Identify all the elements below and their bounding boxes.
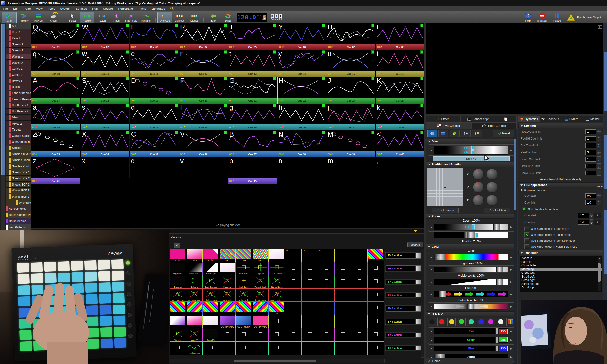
reset-button[interactable]: ↺Reset [493, 130, 515, 137]
multi-cue-button[interactable]: 123Multi cue [172, 12, 187, 23]
sigma-button[interactable]: Σ [594, 220, 601, 225]
zoom-section-header[interactable]: Zoom [426, 214, 517, 219]
limiters-header[interactable]: Limiters [518, 123, 603, 128]
lock-xy-button[interactable]: Lock XY [433, 156, 510, 161]
cue-strip-cue-39[interactable]: Cue 39 [327, 151, 375, 157]
effect-round-back[interactable]: Round Back [252, 275, 269, 288]
cue-cell-W[interactable]: W [80, 23, 130, 44]
effect-slot[interactable] [368, 328, 384, 341]
sidebar-item-test-patterns[interactable]: Test Patterns [6, 224, 31, 230]
search-icon[interactable] [170, 7, 173, 11]
effect-dark[interactable]: 15Dark [252, 248, 269, 262]
flash-button[interactable]: Flash [109, 12, 124, 23]
menu-edit[interactable]: Edit [13, 7, 18, 11]
cue-strip-cue-14[interactable]: Cue 14 [277, 71, 326, 77]
cue-cell-e[interactable]: e [130, 50, 179, 71]
soft-start-checkbox[interactable]: ✕ [522, 207, 526, 211]
effect-slot[interactable] [202, 302, 219, 315]
cue-strip-cue-02[interactable]: Cue 02 [81, 44, 130, 50]
sidebar-item-beam-content-pack[interactable]: Beam Content Pack [6, 212, 31, 218]
sidebar-item-simples-point[interactable]: Simples Point [6, 163, 31, 169]
effects-page-tab[interactable]: 4 [173, 243, 180, 248]
cue-cell-K[interactable]: K [375, 77, 424, 98]
sidebar-item-boxes-2[interactable]: Boxes 2 [6, 84, 31, 90]
cue-strip-cue-25[interactable]: Cue 25 [31, 124, 80, 130]
cue-cell-Q[interactable]: Q [31, 23, 80, 44]
spin-down-icon[interactable]: ▼ [597, 152, 601, 155]
spinner-value[interactable]: 1 [585, 143, 596, 148]
cue-cell-I[interactable]: I [375, 23, 424, 44]
transition-option-scroll-left[interactable]: Scroll Left [520, 275, 602, 279]
effect-slot[interactable] [368, 275, 384, 288]
checkbox-use-finish-effect-in-flash-mode[interactable]: ✕ [525, 233, 529, 237]
effect-brightness[interactable]: Brightness [170, 262, 186, 275]
virtual-lj-button[interactable]: ▶▶▶Virtual LJ [271, 14, 282, 21]
cue-strip-cue-12[interactable]: Cue 12 [179, 71, 228, 77]
effect-cc-3-preview[interactable]: CC 3 Preview [236, 315, 252, 328]
cue-strip-cue-34[interactable]: Cue 34 [81, 151, 130, 157]
transition-option-scroll-top[interactable]: Scroll top [520, 286, 602, 290]
effect-slot[interactable] [335, 315, 351, 328]
effect-slot[interactable] [186, 302, 203, 315]
effect-slot[interactable] [285, 315, 302, 328]
effect-slot[interactable] [335, 262, 351, 275]
transition-option-zoom-in[interactable]: Zoom in [520, 256, 602, 260]
color-swatch-2[interactable] [448, 318, 456, 326]
position-section-header[interactable]: Position and Rotation [426, 162, 517, 167]
grid-button[interactable]: Grid [2, 12, 17, 23]
spinner-value[interactable]: 3 [585, 150, 596, 155]
effect-slot[interactable] [170, 341, 186, 355]
visible-points-slider[interactable]: ◀ ▶ [428, 278, 515, 286]
spinner-value[interactable]: 1 [585, 157, 596, 162]
sidebar-scrollbar[interactable] [1, 23, 5, 230]
spin-up-icon[interactable]: ▲ [597, 163, 601, 166]
sidebar-item-sheets-bcp-3[interactable]: Sheets BCP 3 [6, 182, 31, 188]
effect-cooltemp[interactable]: CoolTemp [269, 262, 285, 275]
pause-button[interactable]: Pause [554, 13, 561, 22]
reset-rotation-button[interactable]: Reset rotation [484, 208, 511, 213]
cue-cell-B[interactable]: B [228, 130, 277, 151]
spinner-value[interactable]: 1 [585, 171, 596, 175]
effect-slot[interactable] [269, 341, 285, 355]
effect-slot[interactable] [202, 341, 219, 355]
effect-slot[interactable] [269, 328, 285, 341]
sidebar-item-waves-bcp-2[interactable]: Waves BCP 2 [6, 194, 31, 200]
cue-strip-cue-09[interactable]: Cue 09 [31, 71, 80, 77]
cue-cell-h[interactable]: h [277, 104, 326, 124]
cue-cell-y[interactable]: y [277, 50, 326, 71]
cloud-button[interactable]: betaCloud [46, 12, 61, 23]
effect-cc-4-preview[interactable]: CC 4 Preview [252, 315, 269, 328]
zoom-slider[interactable]: ◀ ▶ [428, 223, 515, 231]
cue-cell-V[interactable]: V [179, 130, 228, 151]
effect-slot[interactable] [285, 288, 302, 302]
effect-slot[interactable] [318, 302, 335, 315]
effect-slot[interactable] [285, 302, 302, 315]
spin-up-icon[interactable]: ▲ [597, 193, 601, 195]
sidebar-item-hot-beams-1[interactable]: Hot Beams 1 [6, 102, 31, 108]
effect-slot[interactable] [302, 341, 318, 355]
cue-appearance-header[interactable]: Cue appearance [518, 182, 603, 187]
show-cue-limit-spinner[interactable]: 1▲▼ [585, 170, 601, 176]
effect-slot[interactable] [351, 248, 368, 262]
per-grid-limit-spinner[interactable]: 3▲▼ [585, 150, 601, 155]
effects-horizontal-scrollbar[interactable] [170, 359, 385, 363]
effect-slot[interactable] [368, 262, 384, 275]
hold-cue-limit-spinner[interactable]: 1▲▼ [585, 129, 601, 134]
cue-strip-cue-41[interactable]: Cue 41 [31, 178, 80, 184]
transition-option-fade-in[interactable]: Fade In [520, 260, 602, 264]
restart-button[interactable]: Restart [94, 12, 109, 23]
tab-fixture[interactable]: Fixture [561, 116, 582, 122]
effect-slot[interactable] [368, 315, 384, 328]
cue-cell-t[interactable]: t [228, 50, 277, 71]
cue-cell-Z[interactable]: Z [31, 130, 80, 151]
cue-cell-E[interactable]: E [130, 23, 179, 44]
spin-up-icon[interactable]: ▲ [597, 143, 601, 145]
effect-slot[interactable] [285, 262, 302, 275]
live-mode-copy-button[interactable] [449, 130, 460, 137]
position-pad[interactable] [427, 168, 463, 206]
spin-up-icon[interactable]: ▲ [597, 170, 601, 173]
cue-strip-cue-11[interactable]: Cue 11 [130, 71, 179, 77]
effect-size-positio[interactable]: Size+Positio.. [252, 288, 269, 302]
effect-slot[interactable] [236, 341, 252, 355]
effect-slot[interactable] [219, 341, 236, 355]
